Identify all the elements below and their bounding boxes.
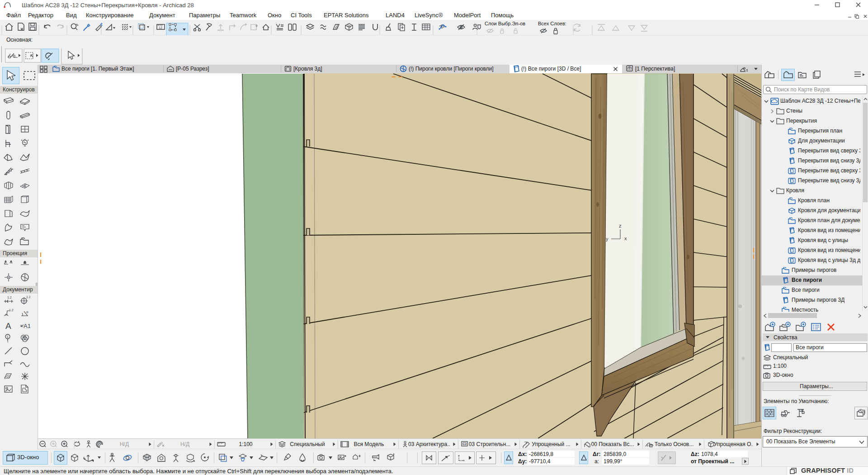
svg-text:1.2: 1.2	[7, 296, 12, 299]
svg-text:1.2: 1.2	[9, 309, 14, 312]
svg-text:x: x	[624, 236, 627, 241]
svg-text:z: z	[619, 223, 622, 228]
svg-text:1: 1	[7, 335, 9, 339]
svg-text:y: y	[606, 236, 609, 242]
svg-text:12: 12	[159, 26, 162, 29]
svg-text:α: α	[26, 310, 28, 314]
svg-text:1.2: 1.2	[26, 295, 30, 299]
svg-text:A: A	[5, 321, 11, 331]
svg-text:A1: A1	[24, 323, 30, 329]
